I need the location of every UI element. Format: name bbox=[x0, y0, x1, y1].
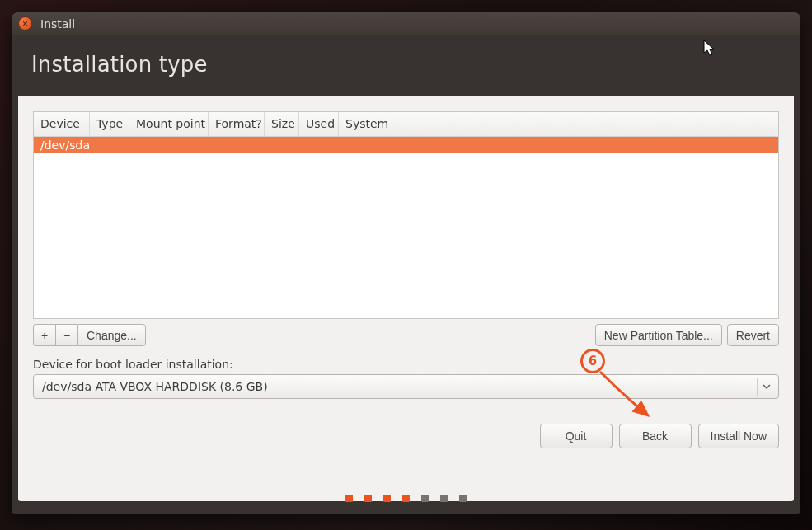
progress-dot bbox=[440, 495, 448, 502]
install-now-button[interactable]: Install Now bbox=[698, 424, 779, 448]
table-row[interactable]: /dev/sda bbox=[34, 137, 778, 153]
progress-dots bbox=[12, 495, 800, 502]
close-icon: ✕ bbox=[22, 20, 29, 28]
footer-buttons: Quit Back Install Now bbox=[33, 424, 779, 448]
titlebar: ✕ Install bbox=[12, 12, 800, 35]
remove-partition-button[interactable]: − bbox=[55, 324, 77, 346]
page-title: Installation type bbox=[31, 52, 781, 77]
progress-dot bbox=[345, 495, 353, 502]
col-size[interactable]: Size bbox=[265, 112, 299, 136]
add-partition-button[interactable]: + bbox=[33, 324, 55, 346]
back-button[interactable]: Back bbox=[619, 424, 692, 448]
bootloader-select[interactable]: /dev/sda ATA VBOX HARDDISK (8.6 GB) bbox=[33, 374, 779, 399]
close-button[interactable]: ✕ bbox=[18, 16, 32, 30]
header: Installation type bbox=[12, 35, 800, 96]
col-type[interactable]: Type bbox=[90, 112, 129, 136]
quit-button[interactable]: Quit bbox=[540, 424, 613, 448]
partition-table: Device Type Mount point Format? Size Use… bbox=[33, 111, 779, 319]
progress-dot bbox=[383, 495, 391, 502]
partition-toolbar: + − Change... New Partition Table... Rev… bbox=[33, 324, 779, 346]
new-partition-table-button[interactable]: New Partition Table... bbox=[595, 324, 722, 346]
col-device[interactable]: Device bbox=[34, 112, 90, 136]
install-window: ✕ Install Installation type Device Type … bbox=[12, 12, 800, 514]
col-mount[interactable]: Mount point bbox=[129, 112, 209, 136]
progress-dot bbox=[364, 495, 372, 502]
table-header: Device Type Mount point Format? Size Use… bbox=[34, 112, 778, 137]
change-partition-button[interactable]: Change... bbox=[77, 324, 146, 346]
revert-button[interactable]: Revert bbox=[727, 324, 779, 346]
window-title: Install bbox=[40, 17, 75, 30]
progress-dot bbox=[421, 495, 429, 502]
chevron-down-icon bbox=[757, 378, 775, 396]
content-area: Device Type Mount point Format? Size Use… bbox=[18, 96, 794, 501]
bootloader-label: Device for boot loader installation: bbox=[33, 358, 779, 371]
progress-dot bbox=[402, 495, 410, 502]
progress-dot bbox=[459, 495, 467, 502]
table-body[interactable]: /dev/sda bbox=[34, 137, 778, 318]
col-system[interactable]: System bbox=[339, 112, 778, 136]
col-used[interactable]: Used bbox=[299, 112, 339, 136]
left-button-group: + − Change... bbox=[33, 324, 146, 346]
col-format[interactable]: Format? bbox=[209, 112, 265, 136]
bootloader-selected: /dev/sda ATA VBOX HARDDISK (8.6 GB) bbox=[42, 380, 268, 393]
row-device: /dev/sda bbox=[40, 138, 90, 152]
right-button-group: New Partition Table... Revert bbox=[595, 324, 779, 346]
